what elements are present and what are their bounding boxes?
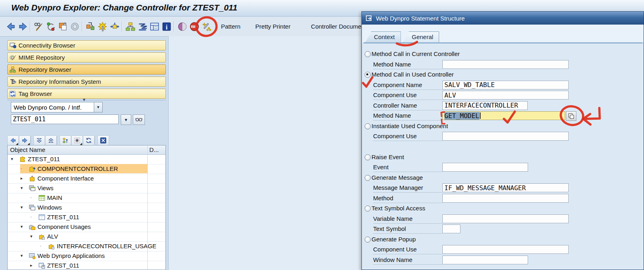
tree-toolbar-close-icon[interactable]: [97, 135, 109, 145]
display-change-icon[interactable]: [33, 21, 44, 32]
field-component-use[interactable]: [442, 132, 569, 141]
field-message-manager[interactable]: IF_WD_MESSAGE_MANAGER: [442, 183, 569, 192]
tree-row-ztest-011[interactable]: ▸ZTEST_011: [8, 261, 165, 270]
tree-expander-icon[interactable]: ▸: [30, 263, 33, 268]
field-text-symbol[interactable]: [442, 224, 460, 233]
tree-toolbar-filter-icon[interactable]: ◢: [71, 135, 83, 145]
inactive-objects-icon[interactable]: [85, 21, 96, 32]
display-object-button[interactable]: [133, 114, 145, 125]
pretty-printer-button[interactable]: Pretty Printer: [254, 22, 292, 31]
activate-icon[interactable]: [97, 21, 108, 32]
field-controller-name[interactable]: INTERFACECONTROLLER: [442, 101, 528, 110]
tree-toolbar-collapse-all-icon[interactable]: [45, 135, 57, 145]
dialog-option-generate-popup: Generate Popup: [362, 235, 644, 245]
copy-icon[interactable]: [58, 21, 68, 32]
tree-expander-icon[interactable]: ▾: [21, 224, 23, 229]
radio-instantiate-used-component[interactable]: [365, 123, 371, 129]
tree-toolbar-nav-back-icon[interactable]: ◢: [7, 135, 19, 145]
usages-icon: [29, 223, 36, 231]
radio-raise-event[interactable]: [365, 154, 371, 160]
field-method-name[interactable]: GET_MODEL: [442, 111, 565, 120]
field-label: Text Symbol: [373, 225, 406, 232]
tree-row-label: Web Dynpro Applications: [37, 252, 105, 259]
refresh-icon[interactable]: [45, 21, 56, 32]
field-component-use[interactable]: ALV: [442, 91, 569, 100]
field-underline: [373, 254, 442, 254]
tree-expander-icon[interactable]: ▾: [21, 185, 23, 191]
dialog-row-component-name: Component NameSALV_WD_TABLE: [362, 80, 644, 90]
chevron-down-icon[interactable]: ▼: [94, 102, 102, 112]
value-help-button[interactable]: [566, 111, 576, 121]
navigation-icon[interactable]: [109, 21, 120, 32]
radio-method-call-in-current-controller[interactable]: [365, 51, 371, 57]
tree-row-componentcontroller[interactable]: ·COMPONENTCONTROLLER: [8, 164, 165, 174]
dialog-row-component-use: Component UseALV: [362, 90, 644, 100]
field-component-use[interactable]: [442, 245, 569, 254]
sidebar-item-connectivity-browser[interactable]: Connectivity Browser: [7, 40, 166, 50]
field-window-name[interactable]: [442, 255, 528, 264]
tree-toolbar-hierarchy-up-icon[interactable]: [60, 135, 71, 145]
dialog-titlebar[interactable]: Web Dynpro Statement Structure: [362, 12, 644, 25]
back-icon[interactable]: [6, 21, 16, 32]
tree-expander-icon[interactable]: ▾: [30, 234, 33, 239]
tree-row-alv[interactable]: ▾ALV: [8, 232, 165, 242]
sidebar-item-mime-repository[interactable]: MIME Repository: [7, 52, 166, 62]
tree-row-windows[interactable]: ▾Windows: [8, 203, 165, 213]
radio-generate-message[interactable]: [365, 175, 371, 181]
field-method[interactable]: [442, 194, 569, 203]
object-dropdown-button[interactable]: ▼: [121, 114, 131, 125]
sidebar-item-repository-information-system[interactable]: Repository Information System: [7, 77, 166, 87]
tree-row-main[interactable]: ·MAIN: [8, 193, 165, 203]
field-value: ALV: [444, 91, 456, 99]
tree-row-component-interface[interactable]: ▸Component Interface: [8, 174, 165, 184]
tree-row-views[interactable]: ▾Views: [8, 183, 165, 193]
field-label: Method Name: [373, 112, 411, 119]
worklist-icon[interactable]: [137, 21, 148, 32]
radio-label: Method Call in Used Controller: [372, 71, 454, 78]
check-icon[interactable]: [177, 21, 188, 32]
object-category-select[interactable]: Web Dynpro Comp. / Intf. ▼: [11, 102, 103, 112]
field-component-name[interactable]: SALV_WD_TABLE: [442, 81, 569, 89]
field-event[interactable]: [442, 163, 528, 172]
radio-method-call-in-used-controller[interactable]: [365, 72, 371, 78]
tree-row-label: Component Interface: [37, 175, 94, 182]
field-value: INTERFACECONTROLLER: [444, 102, 518, 109]
forward-icon[interactable]: [18, 21, 28, 32]
tree-row-interfacecontroller-usage[interactable]: ·INTERFACECONTROLLER_USAGE: [8, 241, 165, 251]
field-method-name[interactable]: [442, 60, 569, 69]
sidebar-item-tag-browser[interactable]: Tag Browser: [7, 89, 166, 99]
field-label: Method Name: [373, 61, 411, 68]
dialog-row-message-manager: Message ManagerIF_WD_MESSAGE_MANAGER: [362, 183, 644, 193]
info-icon[interactable]: i: [161, 21, 172, 32]
statement-structure-dialog: Web Dynpro Statement Structure ContextGe…: [361, 11, 644, 270]
object-list-icon[interactable]: [125, 21, 136, 32]
dialog-tab-context[interactable]: Context: [365, 31, 401, 42]
radio-generate-popup[interactable]: [365, 237, 371, 243]
radio-text-symbol-access[interactable]: [365, 206, 371, 212]
pattern-wand-icon[interactable]: [201, 21, 212, 32]
tree-toolbar-expand-all-icon[interactable]: [33, 135, 45, 145]
tree-expander-icon[interactable]: ▾: [21, 205, 23, 210]
tree-expander-icon[interactable]: ▾: [21, 253, 23, 258]
tree-expander-icon[interactable]: ▸: [21, 176, 23, 181]
dialog-tab-general[interactable]: General: [403, 31, 439, 42]
tab-label: Context: [374, 33, 395, 40]
tree-row-ztest-011[interactable]: ▾ZTEST_011: [8, 154, 165, 164]
where-used-icon[interactable]: [70, 21, 80, 32]
tree-row-label: Component Usages: [37, 223, 91, 230]
tree-toolbar-nav-forward-icon[interactable]: ◢: [19, 135, 31, 145]
dialog-tab-band: [362, 25, 644, 43]
table-view-icon[interactable]: [149, 21, 160, 32]
tree-row-web-dynpro-applications[interactable]: ▾Web Dynpro Applications: [8, 251, 165, 261]
tree-row-ztest-011[interactable]: ·ZTEST_011: [8, 212, 165, 222]
pattern-button[interactable]: Pattern: [219, 22, 242, 31]
tree-header: Object Name D...: [8, 145, 165, 155]
tree-row-component-usages[interactable]: ▾Component Usages: [8, 222, 165, 232]
object-name-input[interactable]: [11, 114, 119, 124]
tree-expander-icon[interactable]: ▾: [11, 156, 13, 162]
sidebar-item-repository-browser[interactable]: Repository Browser: [7, 64, 166, 75]
tree-toolbar-tree-refresh-icon[interactable]: [83, 135, 95, 145]
stop-icon[interactable]: STOP: [189, 21, 200, 32]
field-variable-name[interactable]: [442, 214, 569, 223]
collapse-caret-icon[interactable]: ▼: [82, 98, 86, 102]
